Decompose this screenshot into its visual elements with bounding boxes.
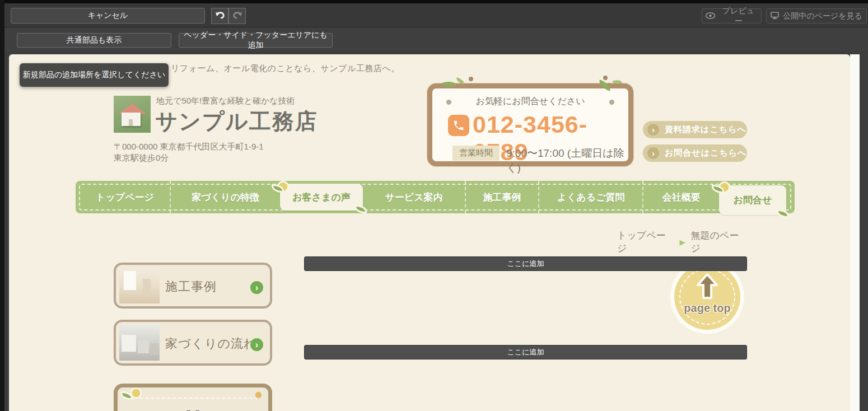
leaf-icon bbox=[778, 211, 787, 216]
request-materials-button[interactable]: › 資料請求はこちらへ bbox=[643, 121, 747, 138]
leaf-icon bbox=[455, 77, 465, 85]
redo-icon bbox=[232, 11, 242, 22]
toolbar-primary: キャンセル プレビュー 公開中のページを見る bbox=[4, 3, 868, 27]
nav-item-services[interactable]: サービス案内 bbox=[363, 181, 465, 213]
site-top-message: リフォーム、オール電化のことなら、サンプル工務店へ。 bbox=[171, 63, 400, 74]
chevron-right-icon: › bbox=[647, 147, 659, 159]
preview-label: プレビュー bbox=[719, 6, 758, 26]
chevron-right-icon: › bbox=[647, 124, 659, 136]
breadcrumb-current: 無題のページ bbox=[690, 229, 747, 255]
leaf-icon bbox=[122, 393, 131, 398]
undo-button[interactable] bbox=[211, 8, 228, 24]
preview-button[interactable]: プレビュー bbox=[702, 8, 762, 24]
leaf-icon bbox=[442, 78, 457, 90]
address-line1: 〒000-0000 東京都千代田区大手町1-9-1 bbox=[114, 142, 264, 152]
address-line2: 東京駅徒歩0分 bbox=[114, 153, 169, 164]
phone-icon bbox=[448, 115, 469, 136]
request-materials-label: 資料請求はこちらへ bbox=[665, 124, 746, 135]
breadcrumb-home[interactable]: トップページ bbox=[617, 229, 674, 255]
leaf-icon bbox=[612, 78, 622, 86]
logo-image bbox=[114, 96, 151, 133]
sign-message: お気軽にお問合せください bbox=[432, 96, 628, 108]
nav-item-faq[interactable]: よくあるご質問 bbox=[538, 181, 642, 213]
contact-us-label: お問合せはこちらへ bbox=[665, 148, 746, 158]
show-common-parts-button[interactable]: 共通部品も表示 bbox=[17, 33, 171, 48]
banner-flow[interactable]: 家づくりの流れ › bbox=[114, 320, 272, 366]
add-here-bar-bottom[interactable]: ここに追加 bbox=[304, 345, 747, 359]
nav-item-features[interactable]: 家づくりの特徴 bbox=[170, 181, 280, 213]
street-thumbnail bbox=[119, 325, 160, 361]
undo-icon bbox=[215, 11, 225, 22]
phone-signboard: お気軽にお問合せください 012-3456-6789 営業時間 9:00〜17:… bbox=[427, 83, 633, 166]
page-top-button[interactable]: page top bbox=[674, 264, 740, 330]
cancel-button[interactable]: キャンセル bbox=[11, 8, 205, 24]
view-published-label: 公開中のページを見る bbox=[783, 11, 862, 21]
company-name: サンプル工務店 bbox=[155, 106, 318, 137]
site-tagline: 地元で50年!豊富な経験と確かな技術 bbox=[156, 96, 295, 106]
site-canvas: リフォーム、オール電化のことなら、サンプル工務店へ。 地元で50年!豊富な経験と… bbox=[9, 54, 850, 411]
house-door-shape bbox=[129, 119, 133, 126]
window-left-edge bbox=[0, 0, 4, 411]
chevron-right-icon: › bbox=[250, 281, 263, 294]
flower-icon bbox=[130, 387, 142, 399]
sign-dot bbox=[603, 76, 608, 80]
redo-button[interactable] bbox=[228, 8, 246, 24]
contact-us-button[interactable]: › お問合せはこちらへ bbox=[643, 144, 747, 162]
leaf-icon bbox=[598, 80, 613, 91]
nav-item-contact[interactable]: お問合せ bbox=[719, 185, 786, 215]
arrow-up-icon bbox=[696, 273, 719, 302]
add-to-areas-button[interactable]: ヘッダー・サイド・フッターエリアにも追加 bbox=[179, 33, 333, 48]
nav-item-label: お問合せ bbox=[734, 194, 772, 207]
hours-label: 営業時間 bbox=[452, 146, 500, 161]
preview-scrollbar-track[interactable] bbox=[850, 54, 860, 411]
nav-item-top-page[interactable]: トップページ bbox=[80, 181, 170, 213]
preview-frame: リフォーム、オール電化のことなら、サンプル工務店へ。 地元で50年!豊富な経験と… bbox=[4, 51, 868, 411]
view-published-button[interactable]: 公開中のページを見る bbox=[766, 8, 867, 24]
banner-works-label: 施工事例 bbox=[165, 278, 217, 295]
banner-works[interactable]: 施工事例 › bbox=[114, 263, 272, 309]
toolbar-secondary: 共通部品も表示 ヘッダー・サイド・フッターエリアにも追加 bbox=[4, 28, 868, 51]
interior-thumbnail bbox=[119, 268, 160, 303]
monitor-icon bbox=[771, 12, 779, 21]
hours-value: 9:00〜17:00 (土曜日は除く) bbox=[506, 146, 628, 175]
banner-dashed-line bbox=[134, 398, 258, 399]
nav-item-works[interactable]: 施工事例 bbox=[465, 181, 538, 213]
chevron-right-icon: › bbox=[250, 338, 263, 351]
banner-flow-label: 家づくりの流れ bbox=[165, 335, 257, 352]
nav-item-company[interactable]: 会社概要 bbox=[642, 181, 719, 213]
nav-item-label: お客さまの声 bbox=[292, 191, 351, 204]
app-window: キャンセル プレビュー 公開中のページを見る 共通部品も表示 ヘッダー・サイ bbox=[0, 0, 868, 411]
breadcrumb-arrow-icon: ▶ bbox=[679, 238, 685, 246]
eye-icon bbox=[706, 12, 715, 21]
nav-item-customer-voices[interactable]: お客さまの声 bbox=[280, 184, 363, 211]
sign-dot bbox=[469, 77, 473, 81]
banner-menu-partial[interactable]: M bbox=[114, 384, 272, 411]
add-here-bar-top[interactable]: ここに追加 bbox=[304, 256, 747, 271]
main-navigation: トップページ 家づくりの特徴 お客さまの声 サービス案内 施工事例 よくあるご質… bbox=[76, 181, 795, 213]
page-top-label: page top bbox=[674, 302, 740, 315]
breadcrumb: トップページ ▶ 無題のページ bbox=[617, 229, 747, 255]
banner-partial-text: M bbox=[118, 407, 268, 411]
add-location-tooltip: 新規部品の追加場所を選択してください bbox=[20, 63, 169, 87]
